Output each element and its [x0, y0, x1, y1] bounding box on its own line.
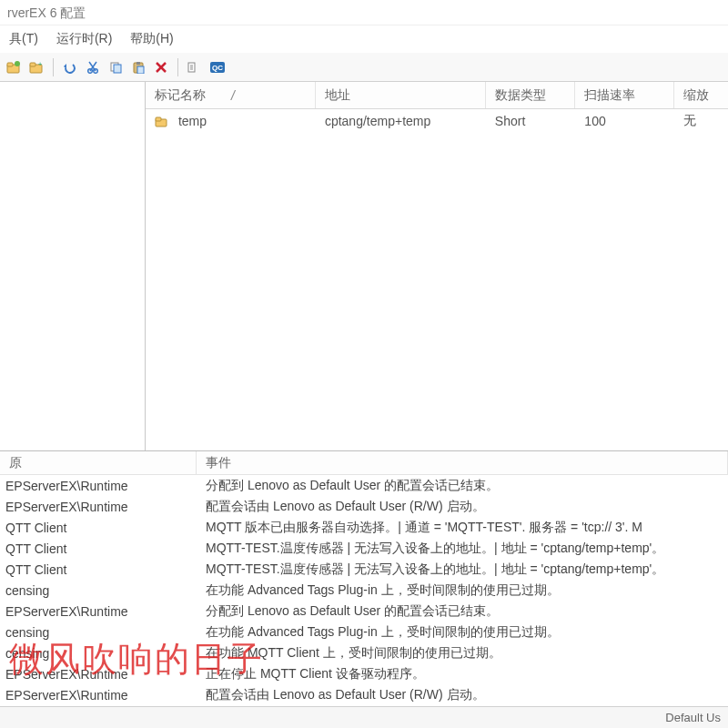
delete-x-icon	[155, 61, 167, 74]
cut-button[interactable]	[83, 57, 103, 77]
log-event-cell: 在功能 Advanced Tags Plug-in 上，受时间限制的使用已过期。	[197, 624, 728, 641]
sort-indicator: /	[231, 88, 235, 103]
svg-rect-14	[137, 66, 144, 74]
col-data-type[interactable]: 数据类型	[486, 82, 576, 108]
status-bar: Default Us	[0, 706, 728, 728]
svg-text:+: +	[38, 61, 43, 68]
copy-icon	[109, 61, 122, 74]
new-channel-button[interactable]	[4, 57, 24, 77]
log-source-cell: QTT Client	[0, 562, 197, 577]
properties-button[interactable]	[185, 57, 205, 77]
event-log-header: 原 事件	[0, 451, 728, 475]
svg-rect-24	[156, 117, 161, 121]
new-device-button[interactable]: +	[26, 57, 46, 77]
svg-text:QC: QC	[212, 64, 223, 72]
status-user: Default Us	[665, 711, 721, 724]
log-row[interactable]: EPServerEX\Runtime分配到 Lenovo as Default …	[0, 601, 728, 622]
undo-button[interactable]	[60, 57, 80, 77]
log-source-cell: EPServerEX\Runtime	[0, 667, 197, 682]
tag-table: 标记名称 / 地址 数据类型 扫描速率 缩放 temp cptang/temp+…	[146, 82, 728, 450]
col-scaling[interactable]: 缩放	[674, 82, 728, 108]
log-source-cell: EPServerEX\Runtime	[0, 500, 197, 514]
log-row[interactable]: EPServerEX\Runtime配置会话由 Lenovo as Defaul…	[0, 496, 728, 517]
log-row[interactable]: EPServerEX\Runtime分配到 Lenovo as Default …	[0, 475, 728, 496]
tag-table-body[interactable]: temp cptang/temp+temp Short 100 无	[146, 109, 728, 450]
quick-client-button[interactable]: QC	[207, 57, 228, 77]
undo-icon	[63, 61, 77, 74]
log-source-cell: QTT Client	[0, 521, 197, 535]
log-event-cell: 配置会话由 Lenovo as Default User (R/W) 启动。	[197, 499, 728, 515]
data-type-cell: Short	[486, 114, 576, 128]
col-scan-rate[interactable]: 扫描速率	[575, 82, 673, 108]
col-tag-name[interactable]: 标记名称 /	[146, 82, 316, 108]
svg-rect-11	[114, 65, 121, 73]
log-event-cell: 分配到 Lenovo as Default User 的配置会话已结束。	[197, 603, 728, 620]
log-row[interactable]: QTT ClientMQTT-TEST.温度传感器 | 无法写入设备上的地址。|…	[0, 538, 728, 559]
app-window: rverEX 6 配置 具(T) 运行时(R) 帮助(H) +	[0, 0, 728, 728]
paste-button[interactable]	[128, 57, 148, 77]
toolbar-separator	[53, 58, 54, 76]
folder-plus-icon: +	[29, 61, 44, 74]
log-col-source[interactable]: 原	[0, 451, 197, 474]
svg-rect-1	[7, 63, 13, 66]
event-log: 原 事件 EPServerEX\Runtime分配到 Lenovo as Def…	[0, 451, 728, 706]
title-bar: rverEX 6 配置	[0, 0, 728, 25]
log-row[interactable]: EPServerEX\Runtime配置会话由 Lenovo as Defaul…	[0, 684, 728, 705]
svg-rect-13	[136, 62, 140, 65]
folder-new-icon	[6, 61, 21, 74]
log-row[interactable]: QTT ClientMQTT-TEST.温度传感器 | 无法写入设备上的地址。|…	[0, 559, 728, 580]
log-event-cell: 配置会话由 Lenovo as Default User (R/W) 启动。	[197, 687, 728, 703]
main-split: 标记名称 / 地址 数据类型 扫描速率 缩放 temp cptang/temp+…	[0, 82, 728, 451]
menu-help[interactable]: 帮助(H)	[121, 27, 182, 51]
log-source-cell: censing	[0, 646, 197, 661]
log-event-cell: MQTT 版本已由服务器自动选择。| 通道 = 'MQTT-TEST'. 服务器…	[197, 520, 728, 536]
tag-icon	[155, 116, 169, 127]
log-source-cell: EPServerEX\Runtime	[0, 479, 197, 493]
menu-tools[interactable]: 具(T)	[0, 27, 47, 51]
paste-icon	[132, 61, 145, 74]
log-row[interactable]: censing在功能 Advanced Tags Plug-in 上，受时间限制…	[0, 580, 728, 601]
log-source-cell: EPServerEX\Runtime	[0, 604, 197, 619]
scan-rate-cell: 100	[575, 114, 673, 128]
delete-button[interactable]	[151, 57, 171, 77]
window-title: rverEX 6 配置	[7, 5, 86, 20]
log-event-cell: 正在停止 MQTT Client 设备驱动程序。	[197, 666, 728, 682]
log-event-cell: MQTT-TEST.温度传感器 | 无法写入设备上的地址。| 地址 = 'cpt…	[197, 541, 728, 557]
svg-point-2	[15, 61, 20, 66]
address-cell: cptang/temp+temp	[316, 114, 486, 128]
copy-button[interactable]	[106, 57, 126, 77]
svg-rect-4	[30, 63, 35, 66]
qc-icon: QC	[209, 61, 226, 74]
toolbar: +	[0, 53, 728, 82]
scissors-icon	[86, 61, 99, 74]
tag-name-cell: temp	[178, 114, 207, 128]
log-row[interactable]: EPServerEX\Runtime正在停止 MQTT Client 设备驱动程…	[0, 663, 728, 684]
tree-sidebar[interactable]	[0, 82, 146, 450]
col-address[interactable]: 地址	[316, 82, 486, 108]
log-row[interactable]: censing在功能 MQTT Client 上，受时间限制的使用已过期。	[0, 642, 728, 663]
scaling-cell: 无	[674, 113, 728, 129]
log-row[interactable]: censing在功能 Advanced Tags Plug-in 上，受时间限制…	[0, 622, 728, 642]
log-source-cell: censing	[0, 583, 197, 598]
log-event-cell: 分配到 Lenovo as Default User 的配置会话已结束。	[197, 478, 728, 494]
menu-runtime[interactable]: 运行时(R)	[47, 27, 121, 51]
toolbar-separator	[177, 58, 178, 76]
log-source-cell: QTT Client	[0, 541, 197, 556]
log-event-cell: 在功能 Advanced Tags Plug-in 上，受时间限制的使用已过期。	[197, 582, 728, 599]
properties-icon	[187, 61, 202, 74]
log-event-cell: 在功能 MQTT Client 上，受时间限制的使用已过期。	[197, 645, 728, 662]
event-log-body[interactable]: EPServerEX\Runtime分配到 Lenovo as Default …	[0, 475, 728, 706]
log-row[interactable]: QTT ClientMQTT 版本已由服务器自动选择。| 通道 = 'MQTT-…	[0, 517, 728, 538]
log-event-cell: MQTT-TEST.温度传感器 | 无法写入设备上的地址。| 地址 = 'cpt…	[197, 561, 728, 578]
menu-bar: 具(T) 运行时(R) 帮助(H)	[0, 25, 728, 53]
log-source-cell: EPServerEX\Runtime	[0, 688, 197, 703]
log-source-cell: censing	[0, 625, 197, 640]
log-col-event[interactable]: 事件	[197, 451, 728, 474]
table-row[interactable]: temp cptang/temp+temp Short 100 无	[146, 109, 728, 133]
tag-table-header: 标记名称 / 地址 数据类型 扫描速率 缩放	[146, 82, 728, 109]
